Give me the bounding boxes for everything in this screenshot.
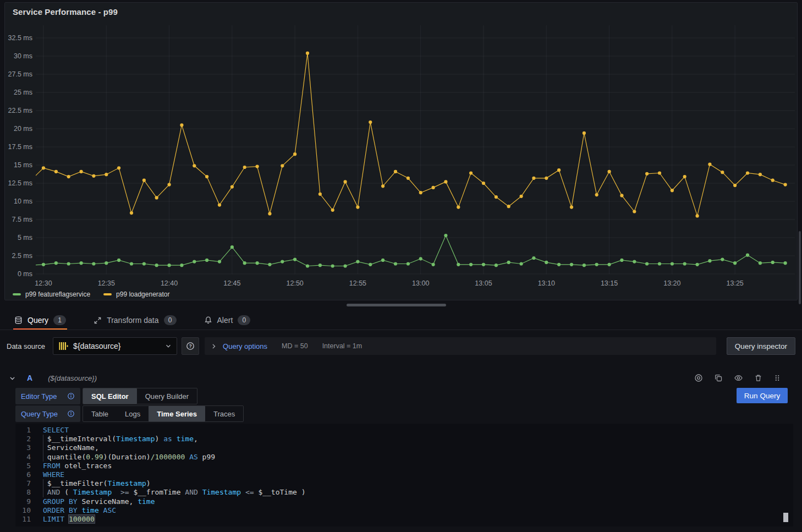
chevron-down-icon — [164, 342, 172, 350]
clickhouse-datasource-icon — [58, 341, 69, 352]
vertical-scrollbar[interactable] — [799, 231, 801, 304]
help-icon: ? — [186, 342, 195, 350]
datasource-value: ${datasource} — [73, 342, 160, 350]
svg-text:0 ms: 0 ms — [18, 270, 32, 278]
editor-scrollbar-thumb[interactable] — [783, 513, 788, 522]
field-label-text: Editor Type — [21, 392, 57, 401]
copy-icon[interactable] — [714, 374, 723, 382]
tab-alert[interactable]: Alert 0 — [203, 310, 252, 330]
code-line-8: 8 AND ( Timestamp >= $__fromTime AND Tim… — [15, 488, 793, 497]
datasource-help-button[interactable]: ? — [182, 337, 199, 355]
sql-code-editor[interactable]: 1SELECT2 $__timeInterval(Timestamp) as t… — [15, 424, 793, 526]
code-line-4: 4 quantile(0.99)(Duration)/1000000 AS p9… — [15, 453, 793, 462]
editor-type-label: Editor Type — [15, 388, 80, 404]
query-options-toggle[interactable]: Query options MD = 50 Interval = 1m — [205, 337, 716, 355]
legend-item-loadgenerator[interactable]: p99 loadgenerator — [103, 290, 169, 298]
code-line-7: 7 $__timeFilter(Timestamp) — [15, 479, 793, 488]
query-type-label: Query Type — [15, 405, 80, 422]
transform-icon — [94, 316, 102, 325]
svg-text:13:10: 13:10 — [538, 279, 555, 287]
svg-text:15 ms: 15 ms — [14, 161, 32, 169]
grafana-panel-edit-page: 0 ms2.5 ms5 ms7.5 ms10 ms12.5 ms15 ms17.… — [0, 0, 802, 532]
svg-text:12:45: 12:45 — [223, 279, 240, 287]
editor-type-row: Editor Type SQL EditorQuery Builder — [15, 388, 197, 404]
svg-text:5 ms: 5 ms — [18, 234, 32, 242]
query-inspector-button[interactable]: Query inspector — [727, 337, 795, 355]
option-logs[interactable]: Logs — [117, 406, 149, 421]
horizontal-scrollbar[interactable] — [347, 304, 446, 306]
field-label-text: Query Type — [21, 410, 58, 418]
datasource-picker[interactable]: ${datasource} — [53, 337, 177, 355]
svg-text:12:50: 12:50 — [287, 279, 304, 287]
query-type-row: Query Type TableLogsTime SeriesTraces — [15, 405, 244, 422]
code-line-6: 6WHERE — [15, 470, 793, 479]
query-row-header[interactable]: A (${datasource}) — [9, 370, 793, 386]
svg-text:2.5 ms: 2.5 ms — [12, 252, 32, 260]
svg-text:12.5 ms: 12.5 ms — [8, 179, 32, 187]
svg-text:12:35: 12:35 — [98, 279, 115, 287]
collapse-chevron-icon[interactable] — [9, 375, 16, 382]
drag-handle-icon[interactable] — [773, 374, 781, 382]
query-options-interval: Interval = 1m — [322, 342, 362, 350]
timeseries-chart[interactable]: 0 ms2.5 ms5 ms7.5 ms10 ms12.5 ms15 ms17.… — [5, 3, 797, 300]
tab-transform-data[interactable]: Transform data 0 — [92, 310, 177, 330]
option-sql-editor[interactable]: SQL Editor — [83, 388, 137, 404]
indent-guide — [43, 435, 43, 462]
option-table[interactable]: Table — [83, 406, 117, 421]
run-query-button[interactable]: Run Query — [737, 388, 788, 403]
legend-item-featureflagservice[interactable]: p99 featureflagservice — [13, 290, 90, 298]
svg-text:12:40: 12:40 — [161, 279, 178, 287]
code-line-10: 10ORDER BY time ASC — [15, 506, 793, 515]
info-icon[interactable] — [67, 392, 75, 400]
query-options-md: MD = 50 — [282, 342, 308, 350]
option-query-builder[interactable]: Query Builder — [137, 388, 197, 404]
query-actions — [694, 374, 793, 382]
svg-text:?: ? — [189, 343, 191, 349]
legend-label: p99 loadgenerator — [116, 290, 169, 298]
indent-guide — [43, 479, 43, 497]
query-options-label: Query options — [223, 342, 267, 350]
sql-lines: 1SELECT2 $__timeInterval(Timestamp) as t… — [15, 426, 793, 524]
code-line-2: 2 $__timeInterval(Timestamp) as time, — [15, 435, 793, 443]
svg-text:13:15: 13:15 — [601, 279, 618, 287]
svg-text:10 ms: 10 ms — [14, 198, 32, 205]
tab-alert-badge: 0 — [238, 315, 250, 325]
tab-transform-badge: 0 — [164, 315, 177, 325]
chevron-right-icon — [210, 343, 217, 350]
tab-label: Alert — [217, 316, 233, 325]
svg-text:13:00: 13:00 — [412, 279, 429, 287]
info-icon[interactable] — [67, 410, 75, 418]
code-line-5: 5FROM otel_traces — [15, 462, 793, 470]
legend-label: p99 featureflagservice — [25, 290, 90, 298]
query-type-radio-group: TableLogsTime SeriesTraces — [83, 405, 244, 422]
timeseries-panel: 0 ms2.5 ms5 ms7.5 ms10 ms12.5 ms15 ms17.… — [4, 2, 798, 300]
database-icon — [14, 316, 23, 325]
code-line-1: 1SELECT — [15, 426, 793, 435]
svg-text:25 ms: 25 ms — [14, 89, 32, 96]
svg-text:32.5 ms: 32.5 ms — [8, 34, 32, 42]
editor-type-radio-group: SQL EditorQuery Builder — [83, 388, 197, 404]
record-circle-icon[interactable] — [694, 374, 703, 382]
svg-text:7.5 ms: 7.5 ms — [12, 216, 32, 223]
svg-text:12:55: 12:55 — [349, 279, 366, 287]
svg-text:13:05: 13:05 — [475, 279, 492, 287]
eye-icon[interactable] — [734, 374, 743, 382]
panel-title[interactable]: Service Performance - p99 — [13, 7, 118, 17]
option-time-series[interactable]: Time Series — [149, 406, 205, 421]
code-line-3: 3 ServiceName, — [15, 443, 793, 452]
query-ref-id[interactable]: A — [27, 374, 32, 382]
svg-text:30 ms: 30 ms — [14, 52, 32, 60]
svg-text:27.5 ms: 27.5 ms — [8, 70, 32, 78]
option-traces[interactable]: Traces — [205, 406, 243, 421]
legend-swatch-green — [13, 293, 21, 295]
code-line-11: 11LIMIT 100000 — [15, 515, 793, 524]
tab-query[interactable]: Query 1 — [13, 310, 67, 330]
code-line-9: 9GROUP BY ServiceName, time — [15, 497, 793, 506]
svg-text:13:20: 13:20 — [663, 279, 680, 287]
svg-text:22.5 ms: 22.5 ms — [8, 107, 32, 114]
legend-swatch-yellow — [103, 293, 112, 295]
datasource-row: Data source ${datasource} — [7, 337, 795, 355]
trash-icon[interactable] — [754, 374, 762, 382]
datasource-label: Data source — [7, 342, 45, 350]
tab-label: Query — [28, 316, 48, 325]
